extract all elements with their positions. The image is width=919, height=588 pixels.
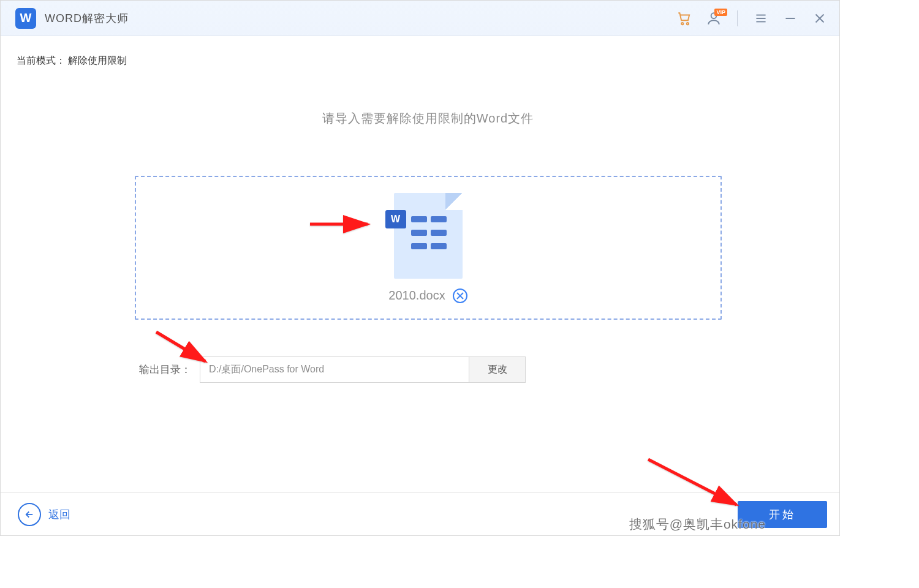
- annotation-arrow-icon: [308, 214, 375, 237]
- menu-icon[interactable]: [752, 10, 770, 27]
- mode-value: 解除使用限制: [68, 55, 127, 66]
- file-name: 2010.docx: [388, 288, 445, 303]
- mode-line: 当前模式：解除使用限制: [17, 55, 839, 67]
- instruction-text: 请导入需要解除使用限制的Word文件: [17, 110, 839, 127]
- change-output-button[interactable]: 更改: [469, 356, 526, 383]
- content-area: 当前模式：解除使用限制 请导入需要解除使用限制的Word文件 W: [1, 36, 839, 492]
- titlebar-right: VIP: [676, 10, 828, 27]
- doc-lines-icon: [411, 216, 454, 257]
- file-dropzone[interactable]: W 2010.docx: [135, 176, 722, 320]
- user-icon[interactable]: VIP: [705, 10, 722, 27]
- minimize-icon[interactable]: [782, 10, 799, 27]
- back-label: 返回: [48, 507, 70, 522]
- cart-icon[interactable]: [676, 10, 693, 27]
- svg-point-0: [681, 23, 683, 24]
- footer: 返回 开始: [1, 492, 839, 535]
- svg-line-12: [156, 332, 205, 361]
- app-logo: W: [15, 8, 36, 29]
- output-path-input[interactable]: [200, 356, 469, 383]
- app-logo-letter: W: [20, 11, 32, 25]
- back-button[interactable]: 返回: [18, 503, 70, 526]
- app-title: WORD解密大师: [45, 11, 129, 26]
- output-row: 输出目录： 更改: [139, 356, 839, 383]
- start-button[interactable]: 开始: [738, 501, 827, 528]
- back-arrow-icon: [18, 503, 41, 526]
- app-window: W WORD解密大师 VIP 当前模式：解除使用限制: [0, 0, 840, 536]
- file-name-row: 2010.docx: [388, 288, 467, 303]
- mode-label: 当前模式：: [17, 55, 66, 66]
- svg-point-1: [687, 23, 689, 24]
- vip-badge: VIP: [714, 9, 727, 16]
- file-icon: W: [394, 193, 463, 279]
- remove-file-button[interactable]: [453, 288, 467, 303]
- titlebar: W WORD解密大师 VIP: [1, 1, 839, 36]
- word-document-icon: W: [394, 193, 463, 279]
- page-fold-icon: [445, 193, 463, 210]
- close-icon[interactable]: [811, 10, 828, 27]
- titlebar-divider: [737, 10, 738, 26]
- word-badge: W: [385, 210, 406, 228]
- output-label: 输出目录：: [139, 363, 191, 377]
